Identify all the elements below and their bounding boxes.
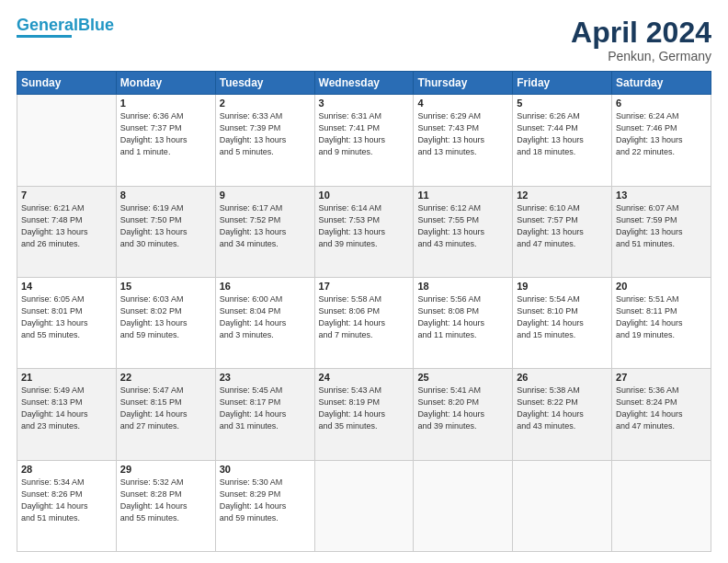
day-info: Sunrise: 6:31 AMSunset: 7:41 PMDaylight:… [319, 110, 410, 158]
month-title: April 2024 [571, 17, 711, 49]
col-header-thursday: Thursday [414, 72, 513, 95]
day-info: Sunrise: 6:29 AMSunset: 7:43 PMDaylight:… [417, 110, 508, 158]
day-info: Sunrise: 6:00 AMSunset: 8:04 PMDaylight:… [220, 293, 311, 341]
day-number: 22 [120, 372, 211, 383]
calendar-cell [17, 95, 117, 186]
calendar-cell: 25Sunrise: 5:41 AMSunset: 8:20 PMDayligh… [414, 369, 513, 460]
calendar-cell: 24Sunrise: 5:43 AMSunset: 8:19 PMDayligh… [314, 369, 414, 460]
day-info: Sunrise: 5:41 AMSunset: 8:20 PMDaylight:… [417, 385, 508, 432]
logo: GeneralBlue [17, 17, 114, 38]
calendar-cell: 13Sunrise: 6:07 AMSunset: 7:59 PMDayligh… [612, 186, 711, 277]
day-number: 12 [517, 190, 608, 201]
col-header-monday: Monday [116, 72, 215, 95]
calendar-cell: 4Sunrise: 6:29 AMSunset: 7:43 PMDaylight… [414, 95, 513, 186]
calendar-cell: 17Sunrise: 5:58 AMSunset: 8:06 PMDayligh… [314, 277, 414, 368]
calendar-cell [414, 460, 513, 551]
day-number: 21 [21, 372, 112, 383]
logo-underline [17, 35, 72, 38]
day-info: Sunrise: 6:03 AMSunset: 8:02 PMDaylight:… [120, 293, 211, 341]
day-info: Sunrise: 5:51 AMSunset: 8:11 PMDaylight:… [616, 293, 707, 341]
day-number: 17 [319, 281, 410, 292]
calendar-cell: 10Sunrise: 6:14 AMSunset: 7:53 PMDayligh… [314, 186, 414, 277]
day-info: Sunrise: 6:10 AMSunset: 7:57 PMDaylight:… [517, 202, 608, 250]
day-info: Sunrise: 6:36 AMSunset: 7:37 PMDaylight:… [120, 110, 211, 158]
col-header-sunday: Sunday [17, 72, 117, 95]
calendar-cell: 21Sunrise: 5:49 AMSunset: 8:13 PMDayligh… [17, 369, 117, 460]
day-number: 2 [220, 98, 311, 109]
title-area: April 2024 Penkun, Germany [571, 17, 711, 63]
day-info: Sunrise: 6:19 AMSunset: 7:50 PMDaylight:… [120, 202, 211, 250]
day-number: 15 [120, 281, 211, 292]
col-header-tuesday: Tuesday [215, 72, 314, 95]
calendar-cell: 19Sunrise: 5:54 AMSunset: 8:10 PMDayligh… [513, 277, 612, 368]
calendar-cell: 28Sunrise: 5:34 AMSunset: 8:26 PMDayligh… [17, 460, 117, 551]
day-number: 24 [319, 372, 410, 383]
day-number: 4 [417, 98, 508, 109]
calendar-cell: 1Sunrise: 6:36 AMSunset: 7:37 PMDaylight… [116, 95, 215, 186]
page: GeneralBlue April 2024 Penkun, Germany S… [0, 0, 728, 563]
day-number: 20 [616, 281, 707, 292]
day-number: 13 [616, 190, 707, 201]
calendar-cell: 11Sunrise: 6:12 AMSunset: 7:55 PMDayligh… [414, 186, 513, 277]
calendar-cell: 7Sunrise: 6:21 AMSunset: 7:48 PMDaylight… [17, 186, 117, 277]
calendar-cell [612, 460, 711, 551]
col-header-friday: Friday [513, 72, 612, 95]
day-number: 18 [417, 281, 508, 292]
day-info: Sunrise: 6:33 AMSunset: 7:39 PMDaylight:… [220, 110, 311, 158]
day-info: Sunrise: 5:30 AMSunset: 8:29 PMDaylight:… [220, 477, 311, 524]
logo-text: GeneralBlue [17, 17, 114, 33]
day-info: Sunrise: 6:12 AMSunset: 7:55 PMDaylight:… [417, 202, 508, 250]
calendar-table: SundayMondayTuesdayWednesdayThursdayFrid… [17, 71, 711, 552]
calendar-cell: 27Sunrise: 5:36 AMSunset: 8:24 PMDayligh… [612, 369, 711, 460]
day-info: Sunrise: 5:43 AMSunset: 8:19 PMDaylight:… [319, 385, 410, 432]
day-number: 16 [220, 281, 311, 292]
day-info: Sunrise: 5:32 AMSunset: 8:28 PMDaylight:… [120, 477, 211, 524]
calendar-cell: 16Sunrise: 6:00 AMSunset: 8:04 PMDayligh… [215, 277, 314, 368]
day-info: Sunrise: 6:05 AMSunset: 8:01 PMDaylight:… [21, 293, 112, 341]
day-info: Sunrise: 6:24 AMSunset: 7:46 PMDaylight:… [616, 110, 707, 158]
col-header-saturday: Saturday [612, 72, 711, 95]
day-number: 19 [517, 281, 608, 292]
calendar-cell: 26Sunrise: 5:38 AMSunset: 8:22 PMDayligh… [513, 369, 612, 460]
calendar-cell: 20Sunrise: 5:51 AMSunset: 8:11 PMDayligh… [612, 277, 711, 368]
calendar-cell: 18Sunrise: 5:56 AMSunset: 8:08 PMDayligh… [414, 277, 513, 368]
day-info: Sunrise: 5:56 AMSunset: 8:08 PMDaylight:… [417, 293, 508, 341]
day-number: 28 [21, 464, 112, 475]
logo-blue: Blue [78, 16, 114, 34]
day-number: 25 [417, 372, 508, 383]
day-number: 11 [417, 190, 508, 201]
calendar-cell: 3Sunrise: 6:31 AMSunset: 7:41 PMDaylight… [314, 95, 414, 186]
calendar-cell: 9Sunrise: 6:17 AMSunset: 7:52 PMDaylight… [215, 186, 314, 277]
logo-general: General [17, 16, 78, 34]
header: GeneralBlue April 2024 Penkun, Germany [17, 17, 711, 63]
day-info: Sunrise: 5:45 AMSunset: 8:17 PMDaylight:… [220, 385, 311, 432]
day-info: Sunrise: 6:14 AMSunset: 7:53 PMDaylight:… [319, 202, 410, 250]
day-info: Sunrise: 5:38 AMSunset: 8:22 PMDaylight:… [517, 385, 608, 432]
calendar-cell: 23Sunrise: 5:45 AMSunset: 8:17 PMDayligh… [215, 369, 314, 460]
calendar-cell: 6Sunrise: 6:24 AMSunset: 7:46 PMDaylight… [612, 95, 711, 186]
day-info: Sunrise: 5:54 AMSunset: 8:10 PMDaylight:… [517, 293, 608, 341]
calendar-cell: 12Sunrise: 6:10 AMSunset: 7:57 PMDayligh… [513, 186, 612, 277]
day-info: Sunrise: 5:58 AMSunset: 8:06 PMDaylight:… [319, 293, 410, 341]
calendar-cell [513, 460, 612, 551]
day-info: Sunrise: 6:07 AMSunset: 7:59 PMDaylight:… [616, 202, 707, 250]
day-info: Sunrise: 5:34 AMSunset: 8:26 PMDaylight:… [21, 477, 112, 524]
day-number: 5 [517, 98, 608, 109]
location: Penkun, Germany [571, 49, 711, 63]
calendar-cell: 30Sunrise: 5:30 AMSunset: 8:29 PMDayligh… [215, 460, 314, 551]
day-info: Sunrise: 6:17 AMSunset: 7:52 PMDaylight:… [220, 202, 311, 250]
day-number: 27 [616, 372, 707, 383]
day-number: 10 [319, 190, 410, 201]
day-info: Sunrise: 6:26 AMSunset: 7:44 PMDaylight:… [517, 110, 608, 158]
day-number: 29 [120, 464, 211, 475]
calendar-cell: 22Sunrise: 5:47 AMSunset: 8:15 PMDayligh… [116, 369, 215, 460]
day-number: 30 [220, 464, 311, 475]
day-number: 7 [21, 190, 112, 201]
day-number: 26 [517, 372, 608, 383]
day-info: Sunrise: 6:21 AMSunset: 7:48 PMDaylight:… [21, 202, 112, 250]
day-number: 9 [220, 190, 311, 201]
day-number: 6 [616, 98, 707, 109]
calendar-cell: 5Sunrise: 6:26 AMSunset: 7:44 PMDaylight… [513, 95, 612, 186]
calendar-cell: 8Sunrise: 6:19 AMSunset: 7:50 PMDaylight… [116, 186, 215, 277]
col-header-wednesday: Wednesday [314, 72, 414, 95]
